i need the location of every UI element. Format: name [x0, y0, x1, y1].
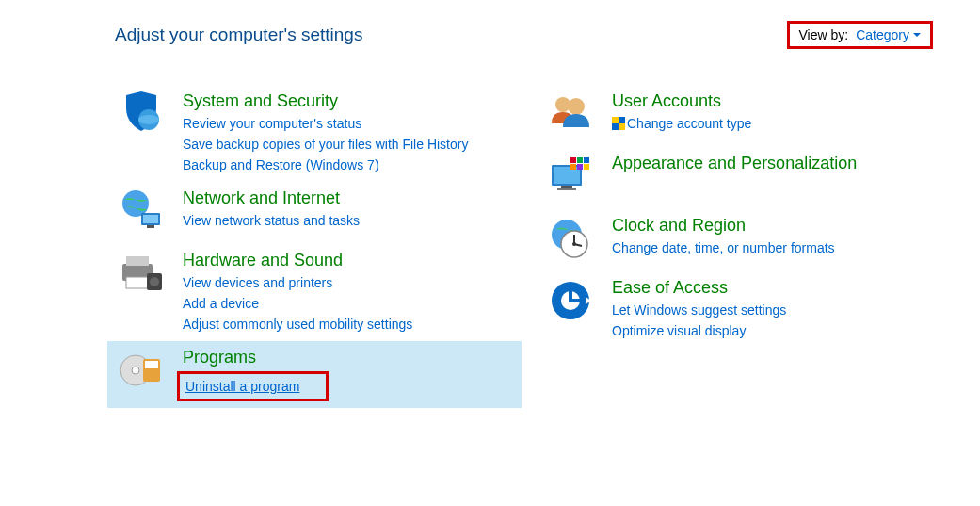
view-by-label: View by:	[799, 27, 849, 42]
link-windows-suggest[interactable]: Let Windows suggest settings	[612, 300, 951, 320]
svg-rect-5	[147, 225, 154, 228]
link-network-status[interactable]: View network status and tasks	[183, 210, 522, 231]
category-title[interactable]: Programs	[183, 348, 522, 367]
svg-rect-25	[570, 157, 576, 163]
globe-network-icon	[113, 188, 169, 237]
svg-point-2	[122, 190, 149, 217]
category-ease-of-access: Ease of Access Let Windows suggest setti…	[537, 271, 951, 348]
highlight-uninstall-box: Uninstall a program	[177, 371, 329, 401]
link-change-account-type[interactable]: Change account type	[612, 113, 951, 134]
category-hardware: Hardware and Sound View devices and prin…	[107, 244, 522, 341]
link-backup-restore[interactable]: Backup and Restore (Windows 7)	[183, 155, 522, 175]
category-title[interactable]: Ease of Access	[612, 278, 951, 298]
category-clock-region: Clock and Region Change date, time, or n…	[537, 209, 951, 271]
link-review-status[interactable]: Review your computer's status	[183, 113, 522, 134]
right-column: User Accounts Change account type	[537, 85, 951, 408]
svg-point-16	[568, 98, 585, 115]
link-text: Change account type	[627, 116, 751, 131]
category-title[interactable]: Network and Internet	[183, 188, 522, 208]
printer-devices-icon	[113, 251, 169, 300]
svg-rect-28	[570, 164, 576, 170]
svg-point-12	[132, 367, 139, 374]
category-programs: Programs Uninstall a program	[107, 341, 522, 408]
svg-point-10	[150, 277, 159, 286]
view-by-selector[interactable]: View by: Category	[787, 21, 933, 49]
svg-rect-17	[612, 117, 619, 123]
svg-rect-27	[584, 157, 589, 163]
link-optimize-visual[interactable]: Optimize visual display	[612, 320, 951, 341]
appearance-monitor-icon	[542, 154, 599, 203]
svg-rect-14	[145, 361, 158, 368]
left-column: System and Security Review your computer…	[107, 85, 522, 408]
category-title[interactable]: User Accounts	[612, 91, 951, 111]
svg-rect-23	[561, 186, 572, 188]
link-devices-printers[interactable]: View devices and printers	[183, 272, 522, 293]
view-by-value-text: Category	[856, 27, 909, 42]
view-by-value[interactable]: Category	[856, 27, 921, 42]
link-uninstall-program[interactable]: Uninstall a program	[185, 376, 299, 397]
svg-rect-4	[143, 215, 158, 223]
user-accounts-icon	[542, 91, 599, 140]
svg-rect-29	[577, 164, 583, 170]
svg-rect-8	[126, 277, 149, 288]
chevron-down-icon	[913, 33, 921, 37]
svg-rect-30	[584, 164, 589, 170]
category-title[interactable]: Hardware and Sound	[183, 251, 522, 270]
svg-rect-7	[126, 256, 149, 266]
page-title: Adjust your computer's settings	[115, 24, 362, 45]
svg-rect-20	[619, 123, 625, 130]
category-title[interactable]: Appearance and Personalization	[612, 154, 951, 173]
svg-rect-24	[557, 188, 576, 190]
category-system-security: System and Security Review your computer…	[107, 85, 522, 182]
category-title[interactable]: System and Security	[183, 91, 522, 111]
category-appearance: Appearance and Personalization	[537, 147, 951, 209]
ease-of-access-icon	[542, 278, 599, 327]
svg-rect-18	[619, 117, 625, 123]
shield-monitor-icon	[113, 91, 169, 140]
svg-rect-19	[612, 123, 619, 130]
category-title[interactable]: Clock and Region	[612, 216, 951, 236]
link-change-date-time[interactable]: Change date, time, or number formats	[612, 237, 951, 258]
link-add-device[interactable]: Add a device	[183, 293, 522, 314]
category-network: Network and Internet View network status…	[107, 182, 522, 244]
svg-rect-26	[577, 157, 583, 163]
uac-shield-icon	[612, 117, 625, 130]
svg-point-35	[572, 242, 576, 246]
link-file-history[interactable]: Save backup copies of your files with Fi…	[183, 134, 522, 155]
link-mobility-settings[interactable]: Adjust commonly used mobility settings	[183, 314, 522, 335]
programs-disc-icon	[113, 348, 169, 397]
svg-point-1	[138, 115, 159, 124]
clock-globe-icon	[542, 216, 599, 265]
category-user-accounts: User Accounts Change account type	[537, 85, 951, 147]
